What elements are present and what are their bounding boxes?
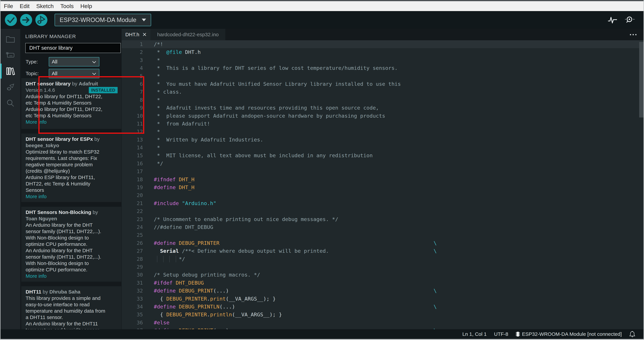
main-area: LIBRARY MANAGER Type:AllTopic:All DHT se… bbox=[0, 29, 644, 329]
tab-dht.h[interactable]: DHT.h✕ bbox=[122, 29, 150, 40]
code-line-16: 16 */ bbox=[122, 159, 644, 167]
filter-select-type[interactable]: All bbox=[49, 57, 99, 66]
indent-guide bbox=[176, 256, 176, 262]
encoding-indicator[interactable]: UTF-8 bbox=[494, 331, 508, 337]
code-line-25: 25 bbox=[122, 231, 644, 239]
sidebar-item-sketchbook[interactable] bbox=[0, 31, 20, 47]
window-border-bottom bbox=[0, 339, 644, 340]
editor-scrollbar-thumb[interactable] bbox=[639, 42, 644, 117]
line-number: 35 bbox=[122, 311, 143, 318]
library-icon bbox=[6, 67, 15, 76]
indent-guide bbox=[163, 256, 164, 262]
serial-monitor-icon[interactable] bbox=[624, 16, 635, 24]
board-icon bbox=[6, 51, 15, 59]
line-number: 33 bbox=[122, 295, 143, 303]
code-line-19: 19#define DHT_H bbox=[122, 184, 644, 191]
menu-tools[interactable]: Tools bbox=[57, 3, 77, 10]
cursor-position[interactable]: Ln 1, Col 1 bbox=[462, 331, 487, 337]
editor-tab-bar: DHT.h✕hardcoded-dht22-esp32.ino bbox=[122, 29, 644, 40]
library-entry-description: etc Temp & Humidity Sensors bbox=[26, 100, 118, 106]
code-line-23: 23/* Uncomment to enable printing out ni… bbox=[122, 215, 644, 223]
close-icon[interactable]: ✕ bbox=[142, 31, 147, 38]
board-selector-dropdown[interactable]: ESP32-WROOM-DA Module bbox=[54, 14, 151, 26]
library-entry-2[interactable]: DHT sensor library for ESPx by beegee_to… bbox=[21, 134, 121, 202]
library-entry-description: optimize CPU performance. bbox=[26, 266, 118, 273]
line-number: 10 bbox=[122, 112, 143, 120]
folder-icon bbox=[6, 35, 15, 43]
library-entry-description: With Non-Blocking design to bbox=[26, 235, 118, 241]
sidebar-item-debug[interactable] bbox=[0, 79, 20, 95]
line-number: 32 bbox=[122, 287, 143, 295]
line-number: 36 bbox=[122, 319, 143, 326]
more-info-link[interactable]: More info bbox=[26, 119, 118, 125]
library-entry-description: negative temperature problem bbox=[26, 161, 118, 168]
line-number: 11 bbox=[122, 120, 143, 128]
sidebar-item-boards-manager[interactable] bbox=[0, 47, 20, 63]
tab-label: DHT.h bbox=[125, 32, 139, 37]
code-line-29: 29 bbox=[122, 263, 644, 271]
library-entry-description: Optimized libray to match ESP32 bbox=[26, 149, 118, 155]
code-line-14: 14 * bbox=[122, 144, 644, 151]
installed-badge: INSTALLED bbox=[89, 87, 118, 93]
more-info-link[interactable]: More info bbox=[26, 273, 118, 279]
code-line-12: 12 * bbox=[122, 128, 644, 136]
menu-sketch[interactable]: Sketch bbox=[33, 3, 57, 10]
line-number: 27 bbox=[122, 247, 143, 255]
ellipsis-icon[interactable] bbox=[630, 34, 636, 35]
line-number: 30 bbox=[122, 271, 143, 279]
library-entry-description: temperature and humidity data from bbox=[26, 308, 118, 314]
serial-plotter-icon[interactable] bbox=[608, 16, 617, 24]
library-entry-description: With Non-Blocking design to bbox=[26, 260, 118, 266]
code-line-8: 8 * bbox=[122, 96, 644, 104]
library-entry-description: This library provides a simple and bbox=[26, 295, 118, 301]
code-line-18: 18#ifndef DHT_H bbox=[122, 176, 644, 184]
sidebar-item-search[interactable] bbox=[0, 95, 20, 111]
code-line-26: 26#define DEBUG_PRINTER\ bbox=[122, 239, 644, 247]
line-number: 23 bbox=[122, 215, 143, 223]
code-line-11: 11 * from Adafruit! bbox=[122, 120, 644, 128]
line-number: 26 bbox=[122, 239, 143, 247]
line-number: 6 bbox=[122, 80, 143, 88]
arrow-right-icon bbox=[20, 14, 32, 26]
search-icon bbox=[6, 99, 15, 107]
indent-guide bbox=[170, 256, 170, 262]
library-entry-description: An Arduino library for the DHT bbox=[26, 222, 118, 228]
bell-icon[interactable] bbox=[629, 330, 636, 338]
library-entry-description: sensor family (DHT11, DHT22,...). bbox=[26, 228, 118, 235]
tab-hardcoded-dht22-esp32.ino[interactable]: hardcoded-dht22-esp32.ino bbox=[150, 29, 225, 40]
code-line-34: 34#define DEBUG_PRINTLN(...)\ bbox=[122, 303, 644, 311]
line-continuation-backslash: \ bbox=[434, 326, 437, 329]
menu-help[interactable]: Help bbox=[77, 3, 96, 10]
line-number: 34 bbox=[122, 303, 143, 311]
library-entry-1[interactable]: DHT sensor library by AdafruitVersion 1.… bbox=[21, 78, 121, 129]
verify-button[interactable] bbox=[5, 14, 17, 26]
code-line-2: 2 * @file DHT.h bbox=[122, 48, 644, 56]
debug-button[interactable] bbox=[35, 14, 48, 26]
more-info-link[interactable]: More info bbox=[26, 193, 118, 200]
tab-label: hardcoded-dht22-esp32.ino bbox=[157, 32, 219, 37]
menu-file[interactable]: File bbox=[0, 3, 16, 10]
library-entry-description: Arduino library for DHT11, DHT22, bbox=[26, 106, 118, 112]
board-selector-value: ESP32-WROOM-DA Module bbox=[60, 17, 136, 24]
library-entry-3[interactable]: DHT Sensors Non-Blocking by Toan NguyenA… bbox=[21, 207, 121, 282]
line-number: 22 bbox=[122, 207, 143, 215]
library-entry-author: beegee_tokyo bbox=[26, 142, 118, 149]
code-line-5: 5 * bbox=[122, 72, 644, 80]
code-line-17: 17 bbox=[122, 167, 644, 175]
sidebar-item-library-manager[interactable] bbox=[0, 63, 20, 79]
library-entry-title: DHT11 by Dhruba Saha bbox=[26, 289, 118, 295]
line-continuation-backslash: \ bbox=[434, 239, 437, 247]
board-status[interactable]: ESP32-WROOM-DA Module [not connected] bbox=[516, 331, 622, 337]
line-number: 14 bbox=[122, 144, 143, 151]
library-entry-4[interactable]: DHT11 by Dhruba SahaThis library provide… bbox=[21, 286, 121, 329]
line-number: 17 bbox=[122, 167, 143, 175]
code-line-32: 32#define DEBUG_PRINT(...)\ bbox=[122, 287, 644, 295]
line-number: 2 bbox=[122, 48, 143, 56]
upload-button[interactable] bbox=[20, 14, 32, 26]
menu-edit[interactable]: Edit bbox=[16, 3, 33, 10]
code-editor[interactable]: 1/*!2 * @file DHT.h3 *4 * This is a libr… bbox=[122, 40, 644, 329]
line-number: 5 bbox=[122, 72, 143, 80]
library-search-input[interactable] bbox=[25, 43, 121, 53]
line-number: 19 bbox=[122, 184, 143, 191]
line-number: 24 bbox=[122, 223, 143, 231]
